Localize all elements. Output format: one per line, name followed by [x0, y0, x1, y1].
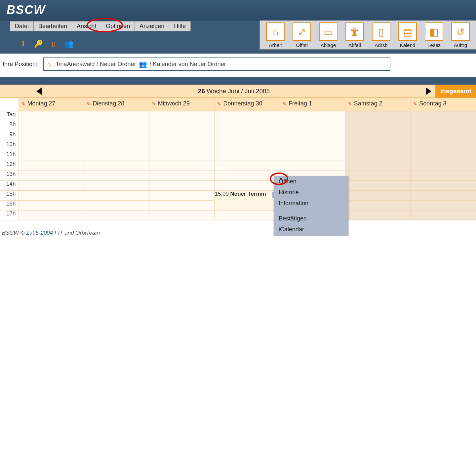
calendar-cell[interactable] — [215, 171, 280, 181]
calendar-cell[interactable] — [345, 171, 411, 181]
calendar-cell[interactable] — [19, 141, 84, 151]
calendar-cell[interactable] — [149, 191, 215, 201]
toolbar-abfall[interactable]: 🗑Abfall — [342, 22, 367, 48]
prev-week-arrow-icon[interactable] — [36, 88, 42, 95]
allday-cell[interactable] — [411, 111, 476, 121]
calendar-cell[interactable] — [149, 161, 215, 171]
day-header[interactable]: ✎Dienstag 28 — [84, 98, 149, 111]
calendar-cell[interactable] — [411, 121, 476, 131]
day-header[interactable]: ✎Samstag 2 — [345, 98, 411, 111]
calendar-cell[interactable] — [84, 121, 149, 131]
breadcrumb-path[interactable]: ⌂ :TinaAuerswald / Neuer Ordner 👥 / Kale… — [43, 58, 390, 71]
calendar-cell[interactable] — [411, 171, 476, 181]
calendar-cell[interactable] — [84, 171, 149, 181]
calendar-cell[interactable] — [149, 151, 215, 161]
toolbar-kalend[interactable]: ▤Kalend — [395, 22, 420, 48]
calendar-cell[interactable] — [215, 161, 280, 171]
ctx-icalendar[interactable]: iCalendar — [274, 224, 348, 235]
menu-anzeigen[interactable]: Anzeigen — [135, 21, 169, 31]
calendar-cell[interactable] — [345, 151, 411, 161]
calendar-cell[interactable] — [84, 191, 149, 201]
calendar-cell[interactable] — [84, 201, 149, 211]
allday-cell[interactable] — [84, 111, 149, 121]
calendar-cell[interactable] — [215, 131, 280, 141]
calendar-cell[interactable] — [149, 211, 215, 220]
toolbar-öffntl[interactable]: ⤢Öffntl — [290, 22, 314, 48]
allday-cell[interactable] — [345, 111, 411, 121]
calendar-cell[interactable] — [149, 201, 215, 211]
calendar-cell[interactable] — [411, 211, 476, 220]
toolbar-adrsb[interactable]: ▯Adrsb — [369, 22, 393, 48]
info-icon[interactable]: ℹ — [19, 40, 27, 48]
day-header[interactable]: ✎Montag 27 — [19, 98, 84, 111]
calendar-cell[interactable] — [411, 161, 476, 171]
people-icon[interactable]: 👥 — [65, 40, 73, 48]
calendar-cell[interactable] — [411, 191, 476, 201]
calendar-cell[interactable] — [411, 141, 476, 151]
total-tab[interactable]: insgesamt — [435, 85, 476, 97]
calendar-cell[interactable] — [19, 211, 84, 220]
ctx-historie[interactable]: Historie — [274, 187, 348, 198]
calendar-cell[interactable] — [84, 181, 149, 191]
calendar-cell[interactable] — [149, 131, 215, 141]
calendar-cell[interactable] — [345, 141, 411, 151]
menu-datei[interactable]: Datei — [10, 21, 34, 31]
calendar-cell[interactable] — [345, 181, 411, 191]
calendar-cell[interactable] — [345, 121, 411, 131]
calendar-cell[interactable] — [84, 211, 149, 220]
menu-bearbeiten[interactable]: Bearbeiten — [34, 21, 72, 31]
calendar-cell[interactable] — [345, 161, 411, 171]
calendar-cell[interactable] — [215, 151, 280, 161]
calendar-cell[interactable] — [149, 171, 215, 181]
calendar-cell[interactable] — [280, 161, 345, 171]
ctx--ffnen[interactable]: Öffnen — [274, 176, 348, 187]
calendar-cell[interactable] — [19, 191, 84, 201]
calendar-cell[interactable] — [345, 191, 411, 201]
calendar-cell[interactable] — [215, 141, 280, 151]
calendar-cell[interactable] — [19, 151, 84, 161]
calendar-cell[interactable] — [149, 121, 215, 131]
menu-ansicht[interactable]: Ansicht — [72, 21, 101, 31]
allday-cell[interactable] — [149, 111, 215, 121]
calendar-cell[interactable] — [215, 121, 280, 131]
toolbar-arbeit[interactable]: ⌂Arbeit — [263, 22, 288, 48]
ctx-zusagen[interactable]: Zusagen — [274, 235, 348, 236]
calendar-cell[interactable] — [411, 181, 476, 191]
day-header[interactable]: ✎Sonntag 3 — [411, 98, 476, 111]
menu-hilfe[interactable]: Hilfe — [169, 21, 190, 31]
calendar-cell[interactable] — [19, 201, 84, 211]
calendar-cell[interactable] — [19, 181, 84, 191]
note-icon[interactable]: ▯ — [50, 40, 58, 48]
toolbar-ablage[interactable]: ▭Ablage — [316, 22, 340, 48]
calendar-cell[interactable] — [19, 161, 84, 171]
calendar-cell[interactable] — [280, 121, 345, 131]
day-header[interactable]: ✎Freitag 1 — [280, 98, 345, 111]
calendar-cell[interactable] — [411, 201, 476, 211]
calendar-cell[interactable] — [280, 151, 345, 161]
calendar-cell[interactable]: 15:00 Neuer Termin — [215, 191, 280, 211]
calendar-cell[interactable] — [345, 201, 411, 211]
day-header[interactable]: ✎Donnerstag 30 — [215, 98, 280, 111]
calendar-cell[interactable] — [149, 181, 215, 191]
toolbar-auftrg[interactable]: ↺Auftrg — [448, 22, 473, 48]
next-week-arrow-icon[interactable] — [426, 88, 431, 95]
calendar-cell[interactable] — [84, 151, 149, 161]
key-icon[interactable]: 🔑 — [34, 40, 42, 48]
calendar-cell[interactable] — [19, 171, 84, 181]
allday-cell[interactable] — [215, 111, 280, 121]
calendar-cell[interactable] — [19, 121, 84, 131]
calendar-cell[interactable] — [280, 141, 345, 151]
calendar-cell[interactable] — [84, 161, 149, 171]
ctx-information[interactable]: Information — [274, 198, 348, 209]
calendar-cell[interactable] — [345, 131, 411, 141]
calendar-cell[interactable] — [215, 211, 280, 220]
allday-cell[interactable] — [19, 111, 84, 121]
footer-link[interactable]: 1995-2004 — [26, 230, 53, 236]
calendar-cell[interactable] — [84, 131, 149, 141]
calendar-cell[interactable] — [84, 141, 149, 151]
calendar-cell[interactable] — [19, 131, 84, 141]
allday-cell[interactable] — [280, 111, 345, 121]
calendar-cell[interactable] — [411, 131, 476, 141]
calendar-cell[interactable] — [280, 131, 345, 141]
menu-optionen[interactable]: Optionen — [101, 21, 135, 31]
